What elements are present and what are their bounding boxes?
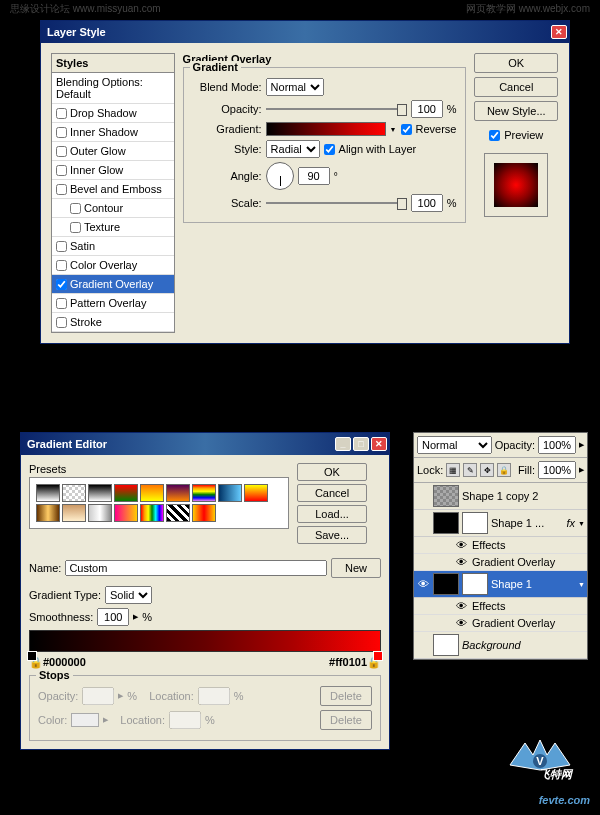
layer-row[interactable]: 👁 Shape 1 ▼ [414,571,587,598]
preset-swatch[interactable] [244,484,268,502]
save-button[interactable]: Save... [297,526,367,544]
style-contour[interactable]: Contour [52,199,174,218]
checkbox[interactable] [70,203,81,214]
style-gradient-overlay[interactable]: Gradient Overlay [52,275,174,294]
checkbox[interactable] [56,279,67,290]
color-stop-left[interactable] [27,651,37,661]
gradient-swatch[interactable] [266,122,386,136]
preset-swatch[interactable] [88,504,112,522]
visibility-icon[interactable]: 👁 [454,600,468,612]
lock-all-icon[interactable]: 🔒 [497,463,511,477]
layer-row[interactable]: Background [414,632,587,659]
preset-swatch[interactable] [218,484,242,502]
layer-thumbnail[interactable] [433,485,459,507]
angle-dial[interactable] [266,162,294,190]
reverse-checkbox[interactable] [401,124,412,135]
preset-swatch[interactable] [166,484,190,502]
new-button[interactable]: New [331,558,381,578]
style-pattern-overlay[interactable]: Pattern Overlay [52,294,174,313]
gradient-type-select[interactable]: Solid [105,586,152,604]
maximize-icon[interactable]: □ [353,437,369,451]
checkbox[interactable] [56,108,67,119]
gradient-editor-titlebar[interactable]: Gradient Editor _ □ ✕ [21,433,389,455]
layer-fill-input[interactable] [538,461,576,479]
layer-thumbnail[interactable] [433,512,459,534]
visibility-icon[interactable]: 👁 [454,556,468,568]
visibility-icon[interactable]: 👁 [454,617,468,629]
checkbox[interactable] [56,317,67,328]
checkbox[interactable] [56,184,67,195]
cancel-button[interactable]: Cancel [474,77,558,97]
close-icon[interactable]: ✕ [371,437,387,451]
smoothness-input[interactable] [97,608,129,626]
scale-slider[interactable] [266,202,407,204]
preset-swatch[interactable] [140,504,164,522]
scale-input[interactable] [411,194,443,212]
layer-thumbnail[interactable] [433,573,459,595]
lock-move-icon[interactable]: ✥ [480,463,494,477]
preset-swatch[interactable] [62,484,86,502]
dropdown-arrow-icon[interactable]: ▼ [390,126,397,133]
ok-button[interactable]: OK [474,53,558,73]
angle-input[interactable] [298,167,330,185]
effect-gradient-overlay[interactable]: 👁Gradient Overlay [414,554,587,571]
style-stroke[interactable]: Stroke [52,313,174,332]
style-bevel-emboss[interactable]: Bevel and Emboss [52,180,174,199]
preset-swatch[interactable] [192,504,216,522]
checkbox[interactable] [56,146,67,157]
layer-mask-thumbnail[interactable] [462,573,488,595]
new-style-button[interactable]: New Style... [474,101,558,121]
preset-swatch[interactable] [114,504,138,522]
layer-opacity-input[interactable] [538,436,576,454]
load-button[interactable]: Load... [297,505,367,523]
style-drop-shadow[interactable]: Drop Shadow [52,104,174,123]
blending-options-item[interactable]: Blending Options: Default [52,73,174,104]
preset-swatch[interactable] [36,484,60,502]
checkbox[interactable] [56,165,67,176]
color-stop-right[interactable] [373,651,383,661]
lock-paint-icon[interactable]: ✎ [463,463,477,477]
preset-swatch[interactable] [114,484,138,502]
layer-row[interactable]: Shape 1 ... fx ▼ [414,510,587,537]
minimize-icon[interactable]: _ [335,437,351,451]
effects-row[interactable]: 👁Effects [414,537,587,554]
preset-swatch[interactable] [62,504,86,522]
preset-swatch[interactable] [166,504,190,522]
checkbox[interactable] [56,260,67,271]
preset-swatch[interactable] [88,484,112,502]
style-color-overlay[interactable]: Color Overlay [52,256,174,275]
opacity-input[interactable] [411,100,443,118]
preset-swatch[interactable] [140,484,164,502]
styles-header[interactable]: Styles [52,54,174,73]
fx-badge[interactable]: fx [567,517,576,529]
checkbox[interactable] [56,127,67,138]
checkbox[interactable] [56,298,67,309]
dropdown-arrow-icon[interactable]: ▶ [579,441,584,449]
chevron-down-icon[interactable]: ▼ [578,520,585,527]
preset-swatch[interactable] [36,504,60,522]
style-inner-shadow[interactable]: Inner Shadow [52,123,174,142]
layer-style-titlebar[interactable]: Layer Style ✕ [41,21,569,43]
style-select[interactable]: Radial [266,140,320,158]
preset-swatch[interactable] [192,484,216,502]
cancel-button[interactable]: Cancel [297,484,367,502]
style-texture[interactable]: Texture [52,218,174,237]
ok-button[interactable]: OK [297,463,367,481]
visibility-icon[interactable]: 👁 [454,539,468,551]
style-inner-glow[interactable]: Inner Glow [52,161,174,180]
effect-gradient-overlay[interactable]: 👁Gradient Overlay [414,615,587,632]
layer-blend-mode-select[interactable]: Normal [417,436,492,454]
close-icon[interactable]: ✕ [551,25,567,39]
layer-mask-thumbnail[interactable] [462,512,488,534]
opacity-slider[interactable] [266,108,407,110]
name-input[interactable] [65,560,327,576]
checkbox[interactable] [70,222,81,233]
gradient-bar[interactable] [29,630,381,652]
dropdown-arrow-icon[interactable]: ▶ [133,613,138,621]
layer-row[interactable]: Shape 1 copy 2 [414,483,587,510]
style-outer-glow[interactable]: Outer Glow [52,142,174,161]
dropdown-arrow-icon[interactable]: ▶ [579,466,584,474]
lock-transparency-icon[interactable]: ▦ [446,463,460,477]
visibility-icon[interactable]: 👁 [416,578,430,590]
checkbox[interactable] [56,241,67,252]
